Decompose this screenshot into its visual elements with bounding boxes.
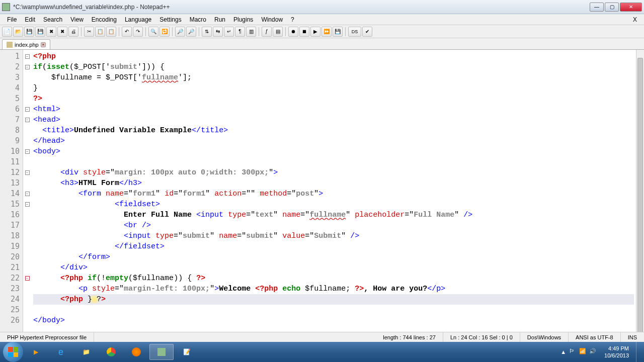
menu-edit[interactable]: Edit xyxy=(21,15,39,24)
start-button[interactable] xyxy=(3,342,23,362)
status-eol[interactable]: Dos\Windows xyxy=(520,332,569,342)
tab-close-icon[interactable]: × xyxy=(41,42,46,47)
save-icon[interactable]: 💾 xyxy=(24,27,34,37)
tray-time: 4:49 PM xyxy=(604,345,629,352)
tray-expand-icon[interactable]: ▲ xyxy=(560,349,566,355)
close-file-icon[interactable]: ✖ xyxy=(46,27,56,37)
taskbar-firefox-icon[interactable] xyxy=(124,344,148,360)
fold-toggle-icon[interactable]: − xyxy=(25,118,30,122)
taskbar-ie-icon[interactable]: e xyxy=(49,344,73,360)
app-icon xyxy=(2,3,10,11)
status-encoding[interactable]: ANSI as UTF-8 xyxy=(569,332,621,342)
code-area[interactable]: <?phpif(isset($_POST['submit'])) { $full… xyxy=(31,50,636,332)
taskbar-explorer-icon[interactable]: 📁 xyxy=(74,344,98,360)
fold-toggle-icon[interactable]: − xyxy=(25,54,30,59)
ds-icon[interactable]: DS xyxy=(348,27,361,37)
line-number-gutter: 1234567891011121314151617181920212223242… xyxy=(0,50,23,332)
menu-bar: File Edit Search View Encoding Language … xyxy=(0,14,644,25)
status-length: length : 744 lines : 27 xyxy=(376,332,443,342)
tray-clock[interactable]: 4:49 PM 10/6/2013 xyxy=(600,345,633,359)
fold-toggle-icon[interactable]: − xyxy=(25,202,30,207)
tray-date: 10/6/2013 xyxy=(604,352,629,359)
spell-icon[interactable]: ✔ xyxy=(362,27,372,37)
status-mode[interactable]: INS xyxy=(621,332,644,342)
menu-settings[interactable]: Settings xyxy=(155,15,185,24)
taskbar-notepadpp-icon[interactable] xyxy=(149,344,174,360)
system-tray: ▲ 🏳 📶 🔊 4:49 PM 10/6/2013 xyxy=(560,342,641,362)
menu-view[interactable]: View xyxy=(66,15,88,24)
toolbar: 📄 📂 💾 💾 ✖ ✖ 🖨 ✂ 📋 📋 ↶ ↷ 🔍 🔁 🔎 🔎 ⇅ ⇆ ↵ ¶ … xyxy=(0,25,644,38)
replace-icon[interactable]: 🔁 xyxy=(159,27,170,37)
play-multi-icon[interactable]: ⏩ xyxy=(321,27,332,37)
cut-icon[interactable]: ✂ xyxy=(84,27,94,37)
status-bar: PHP Hypertext Preprocessor file length :… xyxy=(0,332,644,342)
record-macro-icon[interactable]: ⏺ xyxy=(288,27,298,37)
tab-label: index.php xyxy=(15,42,39,48)
fold-column: −−−−−−−−− xyxy=(23,50,31,332)
fold-toggle-icon[interactable]: − xyxy=(25,276,30,281)
window-close-button[interactable]: ✕ xyxy=(620,3,642,12)
menu-close-x[interactable]: X xyxy=(629,16,641,23)
menu-window[interactable]: Window xyxy=(257,15,287,24)
fold-toggle-icon[interactable]: − xyxy=(25,192,30,196)
menu-file[interactable]: File xyxy=(3,15,21,24)
show-desktop-button[interactable] xyxy=(636,342,641,362)
window-title: *C:\wamp\www\undefined_variable\index.ph… xyxy=(13,4,590,11)
find-icon[interactable]: 🔍 xyxy=(148,27,158,37)
play-macro-icon[interactable]: ▶ xyxy=(310,27,320,37)
file-icon xyxy=(7,42,13,48)
wrap-icon[interactable]: ↵ xyxy=(224,27,234,37)
status-filetype: PHP Hypertext Preprocessor file xyxy=(0,332,94,342)
function-list-icon[interactable]: ƒ xyxy=(262,27,272,37)
taskbar-media-player-icon[interactable]: ▶ xyxy=(24,344,48,360)
menu-macro[interactable]: Macro xyxy=(186,15,210,24)
fold-toggle-icon[interactable]: − xyxy=(25,65,30,69)
tray-network-icon[interactable]: 📶 xyxy=(579,348,587,356)
menu-search[interactable]: Search xyxy=(39,15,66,24)
menu-run[interactable]: Run xyxy=(210,15,229,24)
copy-icon[interactable]: 📋 xyxy=(95,27,105,37)
show-all-icon[interactable]: ¶ xyxy=(235,27,245,37)
open-file-icon[interactable]: 📂 xyxy=(13,27,23,37)
new-file-icon[interactable]: 📄 xyxy=(2,27,12,37)
redo-icon[interactable]: ↷ xyxy=(133,27,143,37)
sync-v-icon[interactable]: ⇅ xyxy=(202,27,212,37)
maximize-button[interactable]: ▢ xyxy=(605,3,619,12)
menu-encoding[interactable]: Encoding xyxy=(88,15,121,24)
zoom-out-icon[interactable]: 🔎 xyxy=(186,27,196,37)
sync-h-icon[interactable]: ⇆ xyxy=(213,27,223,37)
tray-volume-icon[interactable]: 🔊 xyxy=(589,348,597,356)
taskbar-chrome-icon[interactable] xyxy=(99,344,123,360)
fold-toggle-icon[interactable]: − xyxy=(25,107,30,112)
print-icon[interactable]: 🖨 xyxy=(68,27,78,37)
fold-toggle-icon[interactable]: − xyxy=(25,170,30,175)
scrollbar-thumb[interactable] xyxy=(637,58,643,339)
status-position: Ln : 24 Col : 16 Sel : 0 | 0 xyxy=(443,332,520,342)
title-bar: *C:\wamp\www\undefined_variable\index.ph… xyxy=(0,0,644,14)
undo-icon[interactable]: ↶ xyxy=(122,27,132,37)
menu-language[interactable]: Language xyxy=(121,15,155,24)
paste-icon[interactable]: 📋 xyxy=(106,27,116,37)
save-macro-icon[interactable]: 💾 xyxy=(333,27,343,37)
windows-taskbar: ▶ e 📁 📝 ▲ 🏳 📶 🔊 4:49 PM 10/6/2013 xyxy=(0,342,644,362)
save-all-icon[interactable]: 💾 xyxy=(35,27,45,37)
editor[interactable]: 1234567891011121314151617181920212223242… xyxy=(0,49,644,332)
fold-toggle-icon[interactable]: − xyxy=(25,149,30,154)
stop-macro-icon[interactable]: ⏹ xyxy=(299,27,309,37)
doc-map-icon[interactable]: ▤ xyxy=(273,27,283,37)
zoom-in-icon[interactable]: 🔎 xyxy=(175,27,185,37)
indent-guide-icon[interactable]: ▥ xyxy=(246,27,256,37)
close-all-icon[interactable]: ✖ xyxy=(57,27,67,37)
menu-help[interactable]: ? xyxy=(287,15,298,24)
menu-plugins[interactable]: Plugins xyxy=(229,15,257,24)
tray-action-center-icon[interactable]: 🏳 xyxy=(569,348,577,356)
minimize-button[interactable]: — xyxy=(590,3,604,12)
tab-index-php[interactable]: index.php × xyxy=(2,39,50,49)
taskbar-notepad-icon[interactable]: 📝 xyxy=(175,344,199,360)
vertical-scrollbar[interactable] xyxy=(636,50,644,332)
tab-bar: index.php × xyxy=(0,38,644,49)
windows-logo-icon xyxy=(8,347,18,357)
